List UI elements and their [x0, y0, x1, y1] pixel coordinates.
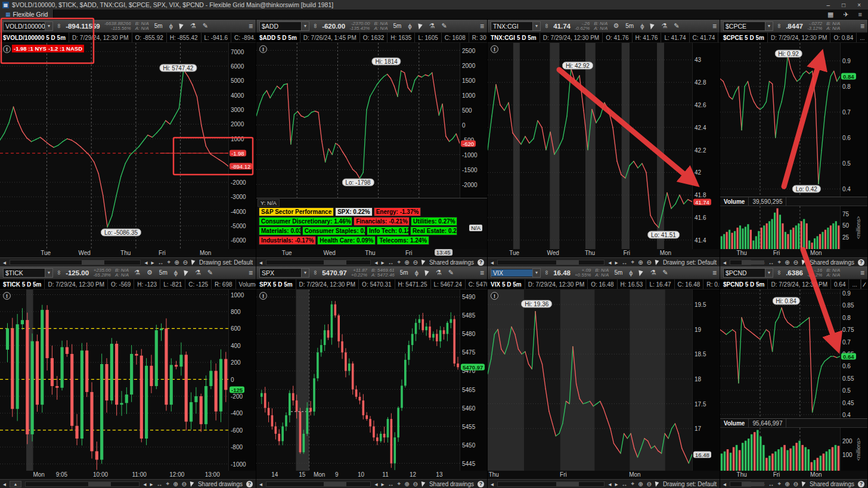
scrollbar-thumb[interactable]: [556, 482, 579, 486]
drawing-set-label[interactable]: Drawing set: Default: [663, 481, 717, 487]
zoom-in-icon[interactable]: ⊕: [173, 481, 178, 487]
cursor-icon[interactable]: [655, 259, 659, 265]
pan-icon[interactable]: ↔: [622, 259, 628, 266]
window-titlebar[interactable]: ▦ $VOLD/100000, $TICK, $ADD, TNX:CGI, $C…: [0, 0, 868, 10]
pan-icon[interactable]: ↔: [622, 481, 628, 487]
cursor-tool-icon[interactable]: [418, 23, 423, 29]
scroll-left-icon[interactable]: ◂: [3, 259, 6, 266]
h-scrollbar[interactable]: [497, 481, 604, 487]
crosshair-icon[interactable]: ⌖: [168, 259, 171, 266]
crosshair-icon[interactable]: ⌖: [631, 259, 635, 266]
symbol-link-icon[interactable]: ∞: [544, 271, 550, 275]
symbol-select[interactable]: $PCND▾: [723, 268, 773, 278]
cursor-icon[interactable]: [655, 481, 659, 487]
drawings-icon[interactable]: ✎: [674, 22, 679, 30]
scroll-left-icon[interactable]: ◂: [259, 481, 262, 487]
pattern-icon[interactable]: ϕ: [169, 23, 173, 30]
zoom-out-icon[interactable]: ⊖: [793, 259, 798, 266]
price-axis[interactable]: 0.90.850.80.750.70.650.60.550.50.450.40.…: [840, 290, 867, 418]
scroll-right-icon[interactable]: ▸: [382, 481, 385, 487]
workspace-menu-icon[interactable]: ≡: [858, 11, 862, 18]
scroll-left-icon[interactable]: ◂: [374, 481, 377, 487]
zoom-out-icon[interactable]: ⊖: [183, 259, 188, 266]
zoom-out-icon[interactable]: ⊖: [413, 481, 418, 487]
warning-icon[interactable]: !: [3, 45, 11, 53]
cursor-icon[interactable]: [190, 481, 194, 487]
volume-chart[interactable]: [720, 206, 840, 249]
symbol-select[interactable]: SPX▾: [259, 268, 309, 278]
help-icon[interactable]: ?: [246, 481, 253, 487]
pattern-icon[interactable]: ϕ: [640, 23, 644, 30]
scroll-left-icon[interactable]: ◂: [374, 259, 377, 266]
crosshair-icon[interactable]: ⌖: [778, 259, 782, 266]
h-scrollbar[interactable]: [730, 481, 751, 487]
h-scrollbar[interactable]: [25, 481, 140, 487]
chevron-down-icon[interactable]: ▾: [301, 22, 309, 30]
h-scrollbar[interactable]: [266, 481, 371, 487]
cursor-icon[interactable]: [421, 481, 426, 487]
pattern-icon[interactable]: ϕ: [629, 269, 633, 276]
volume-chart[interactable]: [720, 428, 840, 471]
scroll-left-icon[interactable]: ◂: [144, 259, 147, 266]
pan-icon[interactable]: ↔: [157, 481, 163, 487]
symbol-select[interactable]: $ADD▾: [259, 21, 309, 31]
scroll-left-icon[interactable]: ◂: [723, 259, 726, 266]
warning-icon[interactable]: !: [259, 292, 267, 300]
scroll-right-icon[interactable]: ▸: [615, 259, 618, 266]
symbol-link-icon[interactable]: ∞: [776, 271, 783, 275]
minimize-button[interactable]: –: [827, 2, 830, 8]
studies-flask-icon[interactable]: ⚗: [436, 269, 442, 276]
panel-menu-icon[interactable]: ≡: [712, 269, 717, 277]
studies-flask-icon[interactable]: ⚗: [650, 269, 656, 276]
drawing-set-label[interactable]: Drawing set: Default: [199, 259, 253, 266]
scrollbar-thumb[interactable]: [556, 260, 579, 265]
price-axis[interactable]: 7000600050004000300020001000-2000-3000-4…: [228, 43, 256, 249]
crosshair-icon[interactable]: ⌖: [398, 480, 401, 487]
zoom-out-icon[interactable]: ⊖: [793, 481, 798, 487]
symbol-link-icon[interactable]: ∞: [56, 271, 63, 275]
scroll-left-icon[interactable]: ◂: [723, 481, 726, 487]
symbol-select[interactable]: $CPCE▾: [723, 21, 773, 31]
h-scrollbar[interactable]: [497, 260, 604, 265]
pan-icon[interactable]: ↔: [388, 481, 394, 487]
scroll-right-icon[interactable]: ▸: [382, 259, 385, 266]
settings-gear-icon[interactable]: ⚙: [147, 269, 153, 276]
pattern-icon[interactable]: ϕ: [408, 23, 411, 30]
price-axis[interactable]: 10008006004002000-200-400-600-800-1000-1…: [228, 290, 256, 471]
pattern-icon[interactable]: ϕ: [174, 269, 178, 276]
zoom-out-icon[interactable]: ⊖: [413, 259, 418, 266]
scroll-left-icon[interactable]: ◂: [3, 481, 6, 487]
timeframe-button[interactable]: 5m: [400, 269, 408, 276]
price-axis[interactable]: 0.90.80.70.60.50.40.84: [840, 43, 867, 197]
symbol-select[interactable]: TNX:CGI▾: [491, 21, 541, 31]
cursor-tool-icon[interactable]: [424, 269, 429, 276]
price-chart[interactable]: !: [256, 290, 460, 471]
price-chart[interactable]: !Hi: 19.36: [488, 290, 692, 471]
scroll-right-icon[interactable]: ▸: [615, 481, 618, 487]
zoom-out-icon[interactable]: ⊖: [182, 481, 187, 487]
price-chart[interactable]: !-1.98 :1 NYSE-1.2 :1 NASDHi: 5747.42Lo:…: [0, 43, 228, 249]
cursor-icon[interactable]: [421, 259, 426, 265]
scroll-right-icon[interactable]: ▸: [150, 481, 153, 487]
h-scrollbar[interactable]: [730, 260, 751, 265]
symbol-link-icon[interactable]: ∞: [312, 24, 319, 28]
price-chart[interactable]: Hi: 0.92Lo: 0.42: [720, 43, 840, 197]
scrollbar-thumb[interactable]: [324, 260, 346, 265]
drawings-icon[interactable]: ✎: [203, 22, 208, 30]
panel-menu-icon[interactable]: ≡: [480, 269, 484, 277]
pan-icon[interactable]: ↔: [768, 259, 774, 266]
cursor-icon[interactable]: [802, 259, 806, 265]
panel-menu-icon[interactable]: ≡: [712, 22, 717, 30]
symbol-link-icon[interactable]: ∞: [544, 24, 550, 28]
scrollbar-thumb[interactable]: [742, 482, 764, 486]
chevron-down-icon[interactable]: ▾: [45, 22, 52, 30]
symbol-link-icon[interactable]: ∞: [312, 271, 319, 275]
price-axis[interactable]: 5490548554805475547054655460545554505445…: [460, 290, 487, 471]
layout-grid-icon[interactable]: ▦: [827, 11, 833, 18]
zoom-out-icon[interactable]: ⊖: [647, 481, 652, 487]
settings-gear-icon[interactable]: ⚙: [613, 22, 619, 30]
scroll-left-icon[interactable]: ◂: [491, 481, 494, 487]
crosshair-icon[interactable]: ⌖: [631, 480, 635, 487]
pattern-icon[interactable]: ϕ: [415, 269, 418, 276]
panel-menu-icon[interactable]: ≡: [860, 22, 864, 30]
